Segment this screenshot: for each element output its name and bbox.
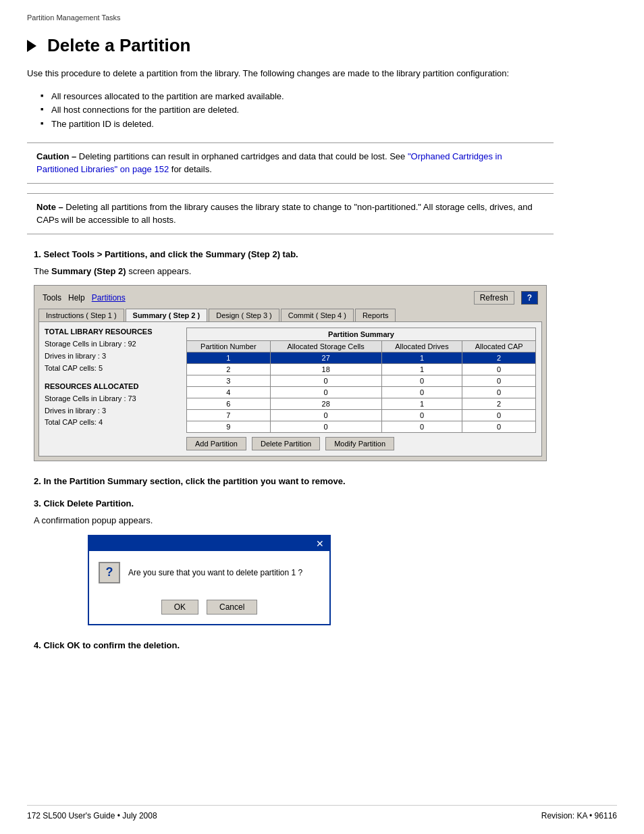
table-cell-cap: 2 [462,353,536,364]
table-cell-drives: 1 [381,364,462,375]
step-2-label: 2. In the Partition Summary section, cli… [34,475,617,489]
step-4: 4. Click OK to confirm the deletion. [34,639,617,653]
table-cell-drives: 0 [381,410,462,421]
step-1-label: 1. Select Tools > Partitions, and click … [34,248,617,262]
table-row[interactable]: 12712 [187,353,536,364]
table-row[interactable]: 9000 [187,421,536,433]
menu-help[interactable]: Help [68,293,85,303]
table-cell-num: 7 [187,410,271,421]
bullet-list: All resources allocated to the partition… [41,90,617,132]
tab-bar: Instructions ( Step 1 ) Summary ( Step 2… [38,309,542,321]
table-cell-drives: 0 [381,375,462,387]
table-cell-num: 6 [187,398,271,410]
tab-design[interactable]: Design ( Step 3 ) [209,309,279,321]
table-row[interactable]: 7000 [187,410,536,421]
table-cell-num: 3 [187,375,271,387]
table-cell-drives: 1 [381,398,462,410]
right-panel: Partition Summary Partition Number Alloc… [186,328,536,450]
col-header-cap: Allocated CAP [462,341,536,353]
table-cell-cells: 27 [270,353,381,364]
caution-label: Caution – [36,151,76,161]
tab-commit[interactable]: Commit ( Step 4 ) [281,309,354,321]
allocated-row-0: Storage Cells in Library : 73 [45,393,180,405]
table-cell-cap: 0 [462,421,536,433]
question-icon: ? [99,562,120,583]
table-row[interactable]: 4000 [187,387,536,398]
tab-reports[interactable]: Reports [355,309,396,321]
partition-summary-title: Partition Summary [186,328,536,340]
table-cell-cap: 0 [462,387,536,398]
popup-footer: OK Cancel [89,594,329,624]
step-4-label: 4. Click OK to confirm the deletion. [34,639,617,653]
table-row[interactable]: 3000 [187,375,536,387]
page-title: Delete a Partition [27,35,617,56]
intro-paragraph: Use this procedure to delete a partition… [27,67,554,80]
add-partition-button[interactable]: Add Partition [186,437,246,450]
note-label: Note – [36,202,63,212]
table-cell-drives: 1 [381,353,462,364]
total-row-1: Drives in library : 3 [45,350,180,363]
list-item: All resources allocated to the partition… [41,90,617,104]
caution-text: Deleting partitions can result in orphan… [79,151,408,161]
table-cell-cap: 0 [462,375,536,387]
list-item: The partition ID is deleted. [41,118,617,132]
table-row[interactable]: 62812 [187,398,536,410]
footer-left: 172 SL500 User's Guide • July 2008 [27,811,157,820]
popup-ok-button[interactable]: OK [161,600,198,615]
table-cell-num: 1 [187,353,271,364]
table-cell-num: 4 [187,387,271,398]
table-cell-cells: 0 [270,421,381,433]
popup-body: ? Are you sure that you want to delete p… [89,551,329,594]
table-cell-cap: 0 [462,364,536,375]
step-1-desc: The Summary (Step 2) screen appears. [34,265,617,279]
step-3-desc: A confirmation popup appears. [34,514,617,528]
total-header: TOTAL LIBRARY RESOURCES [45,328,180,336]
refresh-button[interactable]: Refresh [474,291,514,305]
step-3: 3. Click Delete Partition. A confirmatio… [34,497,617,625]
caution-box: Caution – Deleting partitions can result… [27,142,554,184]
allocated-row-2: Total CAP cells: 4 [45,417,180,429]
total-row-0: Storage Cells in Library : 92 [45,338,180,350]
list-item: All host connections for the partition a… [41,103,617,118]
ui-screenshot: Tools Help Partitions Refresh ? Instruct… [34,285,547,461]
tab-summary[interactable]: Summary ( Step 2 ) [126,309,208,321]
page-footer: 172 SL500 User's Guide • July 2008 Revis… [27,805,617,820]
content-area: TOTAL LIBRARY RESOURCES Storage Cells in… [38,321,542,457]
caution-text2: for details. [171,164,212,174]
col-header-num: Partition Number [187,341,271,353]
table-cell-cells: 28 [270,398,381,410]
triangle-icon [27,40,36,52]
popup-cancel-button[interactable]: Cancel [207,600,257,615]
table-cell-cells: 0 [270,375,381,387]
popup-titlebar: ✕ [89,536,329,551]
step-2: 2. In the Partition Summary section, cli… [34,475,617,489]
table-cell-num: 2 [187,364,271,375]
note-box: Note – Deleting all partitions from the … [27,193,554,234]
partition-table: Partition Number Allocated Storage Cells… [186,340,536,433]
table-cell-cells: 18 [270,364,381,375]
modify-partition-button[interactable]: Modify Partition [325,437,394,450]
allocated-row-1: Drives in library : 3 [45,405,180,417]
col-header-drives: Allocated Drives [381,341,462,353]
action-buttons-row: Add Partition Delete Partition Modify Pa… [186,437,536,450]
breadcrumb: Partition Management Tasks [27,14,617,22]
table-cell-cap: 2 [462,398,536,410]
popup-close-button[interactable]: ✕ [316,538,324,549]
menubar: Tools Help Partitions Refresh ? [38,290,542,306]
popup-dialog: ✕ ? Are you sure that you want to delete… [88,535,331,625]
table-cell-drives: 0 [381,387,462,398]
tab-instructions[interactable]: Instructions ( Step 1 ) [38,309,124,321]
table-row[interactable]: 21810 [187,364,536,375]
delete-partition-button[interactable]: Delete Partition [252,437,320,450]
note-text: Deleting all partitions from the library… [36,202,533,226]
left-panel: TOTAL LIBRARY RESOURCES Storage Cells in… [45,328,180,450]
menu-tools[interactable]: Tools [43,293,61,303]
help-button[interactable]: ? [521,291,538,305]
menu-partitions[interactable]: Partitions [92,293,126,303]
table-cell-cap: 0 [462,410,536,421]
popup-message: Are you sure that you want to delete par… [128,568,302,577]
table-cell-cells: 0 [270,410,381,421]
allocated-header: RESOURCES ALLOCATED [45,382,180,390]
steps-container: 1. Select Tools > Partitions, and click … [34,248,617,653]
total-row-2: Total CAP cells: 5 [45,363,180,375]
